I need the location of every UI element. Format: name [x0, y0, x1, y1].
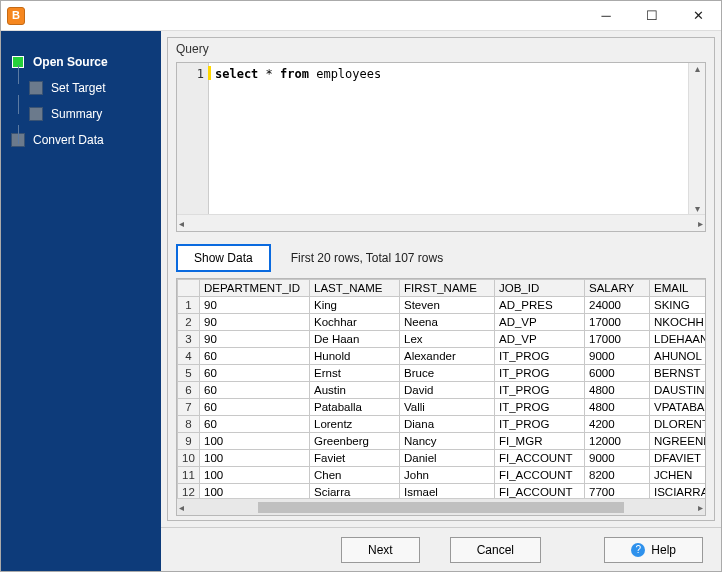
cell[interactable]: 6000 — [585, 365, 650, 382]
cell[interactable]: IT_PROG — [495, 382, 585, 399]
cell[interactable]: Lorentz — [310, 416, 400, 433]
editor-vertical-scrollbar[interactable]: ▴▾ — [688, 63, 705, 214]
cell[interactable]: VPATABA — [650, 399, 706, 416]
row-number-cell[interactable]: 3 — [178, 331, 200, 348]
cell[interactable]: David — [400, 382, 495, 399]
cell[interactable]: SKING — [650, 297, 706, 314]
column-header[interactable]: SALARY — [585, 280, 650, 297]
cell[interactable]: NGREENE — [650, 433, 706, 450]
cell[interactable]: 4200 — [585, 416, 650, 433]
column-header[interactable]: FIRST_NAME — [400, 280, 495, 297]
row-number-cell[interactable]: 12 — [178, 484, 200, 499]
step-convert-data[interactable]: Convert Data — [1, 127, 161, 153]
row-number-cell[interactable]: 11 — [178, 467, 200, 484]
cell[interactable]: Faviet — [310, 450, 400, 467]
close-button[interactable]: ✕ — [675, 1, 721, 31]
cell[interactable]: Lex — [400, 331, 495, 348]
cell[interactable]: LDEHAAN — [650, 331, 706, 348]
column-header[interactable]: DEPARTMENT_ID — [200, 280, 310, 297]
cell[interactable]: 4800 — [585, 382, 650, 399]
cell[interactable]: Kochhar — [310, 314, 400, 331]
cell[interactable]: 90 — [200, 297, 310, 314]
cell[interactable]: 9000 — [585, 348, 650, 365]
cell[interactable]: Nancy — [400, 433, 495, 450]
next-button[interactable]: Next — [341, 537, 420, 563]
titlebar[interactable]: ─ ☐ ✕ — [1, 1, 721, 31]
minimize-button[interactable]: ─ — [583, 1, 629, 31]
row-number-header[interactable] — [178, 280, 200, 297]
cell[interactable]: 60 — [200, 399, 310, 416]
table-row[interactable]: 9100GreenbergNancyFI_MGR12000NGREENE — [178, 433, 706, 450]
cell[interactable]: 90 — [200, 331, 310, 348]
cell[interactable]: FI_ACCOUNT — [495, 484, 585, 499]
step-set-target[interactable]: Set Target — [1, 75, 161, 101]
grid-horizontal-scrollbar[interactable]: ◂▸ — [177, 498, 705, 515]
cell[interactable]: 17000 — [585, 314, 650, 331]
cell[interactable]: Bruce — [400, 365, 495, 382]
cell[interactable]: 4800 — [585, 399, 650, 416]
cell[interactable]: AD_VP — [495, 331, 585, 348]
cell[interactable]: Diana — [400, 416, 495, 433]
row-number-cell[interactable]: 1 — [178, 297, 200, 314]
cell[interactable]: Daniel — [400, 450, 495, 467]
table-row[interactable]: 10100FavietDanielFI_ACCOUNT9000DFAVIET — [178, 450, 706, 467]
cell[interactable]: NKOCHH — [650, 314, 706, 331]
cell[interactable]: 60 — [200, 348, 310, 365]
cell[interactable]: Hunold — [310, 348, 400, 365]
row-number-cell[interactable]: 7 — [178, 399, 200, 416]
cell[interactable]: King — [310, 297, 400, 314]
cell[interactable]: IT_PROG — [495, 365, 585, 382]
cell[interactable]: 12000 — [585, 433, 650, 450]
table-row[interactable]: 290KochharNeenaAD_VP17000NKOCHH — [178, 314, 706, 331]
cell[interactable]: Steven — [400, 297, 495, 314]
table-row[interactable]: 12100SciarraIsmaelFI_ACCOUNT7700ISCIARRA — [178, 484, 706, 499]
help-button[interactable]: ? Help — [604, 537, 703, 563]
cell[interactable]: 60 — [200, 382, 310, 399]
query-text[interactable]: select * from employees — [209, 63, 688, 214]
cell[interactable]: Chen — [310, 467, 400, 484]
row-number-cell[interactable]: 10 — [178, 450, 200, 467]
cell[interactable]: AHUNOL — [650, 348, 706, 365]
table-row[interactable]: 190KingStevenAD_PRES24000SKING — [178, 297, 706, 314]
cell[interactable]: 100 — [200, 433, 310, 450]
column-header[interactable]: JOB_ID — [495, 280, 585, 297]
step-open-source[interactable]: Open Source — [1, 49, 161, 75]
row-number-cell[interactable]: 8 — [178, 416, 200, 433]
table-row[interactable]: 860LorentzDianaIT_PROG4200DLORENT — [178, 416, 706, 433]
cell[interactable]: 100 — [200, 450, 310, 467]
cell[interactable]: Alexander — [400, 348, 495, 365]
cell[interactable]: 60 — [200, 416, 310, 433]
step-summary[interactable]: Summary — [1, 101, 161, 127]
cell[interactable]: Austin — [310, 382, 400, 399]
cell[interactable]: DAUSTIN — [650, 382, 706, 399]
cell[interactable]: 60 — [200, 365, 310, 382]
cell[interactable]: Valli — [400, 399, 495, 416]
column-header[interactable]: LAST_NAME — [310, 280, 400, 297]
cancel-button[interactable]: Cancel — [450, 537, 541, 563]
cell[interactable]: Sciarra — [310, 484, 400, 499]
cell[interactable]: JCHEN — [650, 467, 706, 484]
cell[interactable]: FI_ACCOUNT — [495, 450, 585, 467]
cell[interactable]: 100 — [200, 467, 310, 484]
cell[interactable]: AD_PRES — [495, 297, 585, 314]
cell[interactable]: 90 — [200, 314, 310, 331]
cell[interactable]: Pataballa — [310, 399, 400, 416]
maximize-button[interactable]: ☐ — [629, 1, 675, 31]
query-editor[interactable]: 1 select * from employees ▴▾ ◂▸ — [176, 62, 706, 232]
cell[interactable]: AD_VP — [495, 314, 585, 331]
cell[interactable]: IT_PROG — [495, 399, 585, 416]
cell[interactable]: Ismael — [400, 484, 495, 499]
cell[interactable]: FI_MGR — [495, 433, 585, 450]
cell[interactable]: ISCIARRA — [650, 484, 706, 499]
cell[interactable]: 9000 — [585, 450, 650, 467]
cell[interactable]: FI_ACCOUNT — [495, 467, 585, 484]
table-row[interactable]: 660AustinDavidIT_PROG4800DAUSTIN — [178, 382, 706, 399]
cell[interactable]: 8200 — [585, 467, 650, 484]
cell[interactable]: DFAVIET — [650, 450, 706, 467]
table-row[interactable]: 760PataballaValliIT_PROG4800VPATABA — [178, 399, 706, 416]
row-number-cell[interactable]: 2 — [178, 314, 200, 331]
show-data-button[interactable]: Show Data — [176, 244, 271, 272]
cell[interactable]: 17000 — [585, 331, 650, 348]
cell[interactable]: 7700 — [585, 484, 650, 499]
table-row[interactable]: 560ErnstBruceIT_PROG6000BERNST — [178, 365, 706, 382]
